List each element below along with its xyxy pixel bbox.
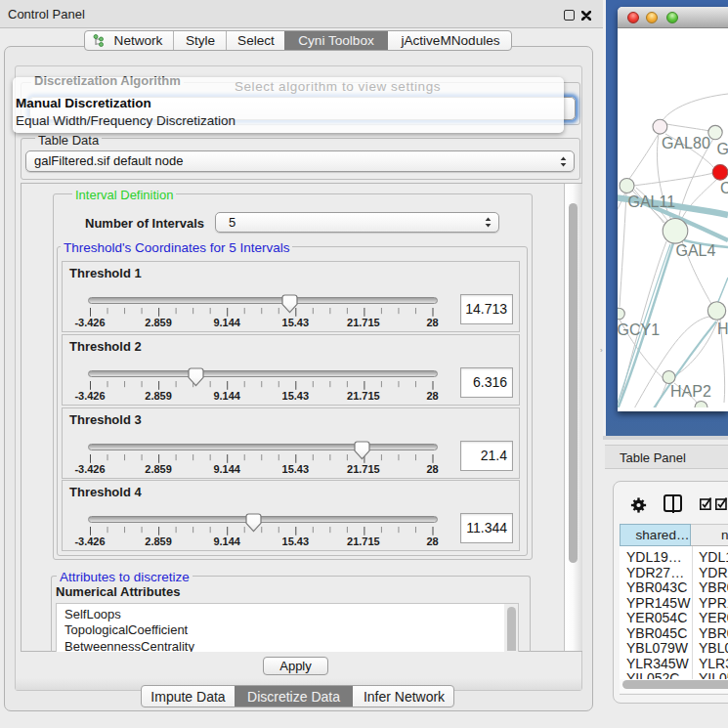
svg-text:HAP2: HAP2 [670, 383, 711, 400]
svg-text:GCY1: GCY1 [618, 321, 660, 338]
svg-text:GAL11: GAL11 [628, 193, 676, 210]
svg-text:GA: GA [717, 141, 728, 157]
svg-text:H: H [717, 321, 728, 337]
svg-text:C: C [720, 180, 728, 196]
svg-text:GAL80: GAL80 [662, 135, 710, 151]
svg-text:GAL4: GAL4 [676, 242, 716, 259]
